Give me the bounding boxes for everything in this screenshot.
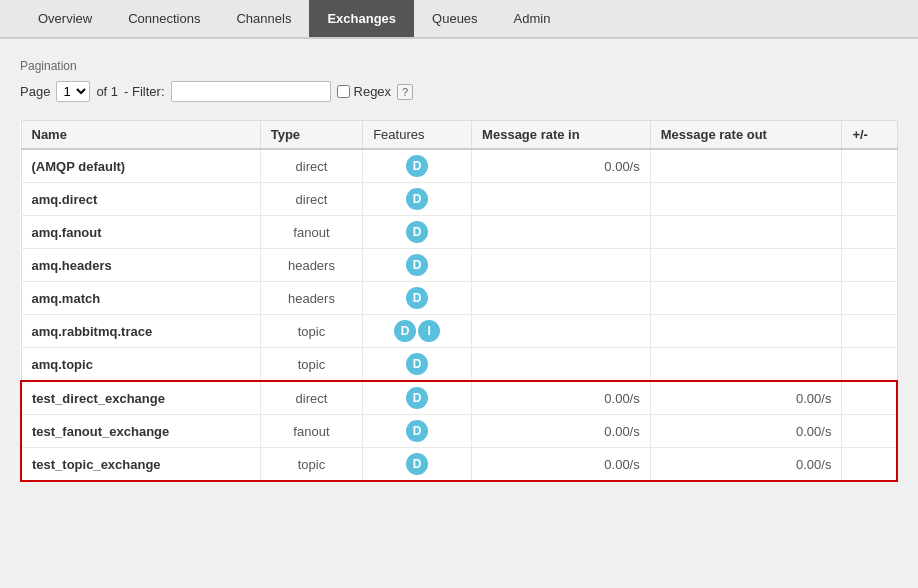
cell-rate-out — [650, 315, 842, 348]
cell-rate-in — [472, 249, 651, 282]
table-row[interactable]: amq.directdirectD — [21, 183, 897, 216]
cell-type: topic — [260, 315, 362, 348]
cell-name: amq.headers — [21, 249, 260, 282]
feature-badge: D — [406, 387, 428, 409]
cell-rate-in — [472, 348, 651, 382]
table-row[interactable]: test_topic_exchangetopicD0.00/s0.00/s — [21, 448, 897, 482]
cell-plus-minus — [842, 315, 897, 348]
cell-plus-minus — [842, 381, 897, 415]
cell-plus-minus — [842, 183, 897, 216]
cell-rate-in: 0.00/s — [472, 149, 651, 183]
cell-name: amq.fanout — [21, 216, 260, 249]
cell-name: amq.direct — [21, 183, 260, 216]
cell-name: test_fanout_exchange — [21, 415, 260, 448]
feature-badge: D — [406, 188, 428, 210]
cell-features: D — [363, 348, 472, 382]
feature-badge: D — [406, 453, 428, 475]
table-header-row: Name Type Features Message rate in Messa… — [21, 121, 897, 150]
regex-checkbox[interactable] — [337, 85, 350, 98]
of-label: of 1 — [96, 84, 118, 99]
cell-rate-in — [472, 183, 651, 216]
cell-features: D — [363, 381, 472, 415]
cell-features: D — [363, 415, 472, 448]
cell-type: fanout — [260, 216, 362, 249]
cell-plus-minus — [842, 216, 897, 249]
feature-badge: D — [406, 254, 428, 276]
table-row[interactable]: (AMQP default)directD0.00/s — [21, 149, 897, 183]
cell-plus-minus — [842, 348, 897, 382]
filter-input[interactable] — [171, 81, 331, 102]
tab-admin[interactable]: Admin — [496, 0, 569, 37]
table-row[interactable]: amq.matchheadersD — [21, 282, 897, 315]
cell-plus-minus — [842, 282, 897, 315]
nav-bar: Overview Connections Channels Exchanges … — [0, 0, 918, 38]
table-row[interactable]: test_fanout_exchangefanoutD0.00/s0.00/s — [21, 415, 897, 448]
feature-badge: D — [406, 287, 428, 309]
feature-badge: D — [406, 420, 428, 442]
cell-rate-in: 0.00/s — [472, 448, 651, 482]
feature-badge: D — [394, 320, 416, 342]
table-row[interactable]: amq.topictopicD — [21, 348, 897, 382]
cell-rate-out — [650, 183, 842, 216]
table-row[interactable]: amq.rabbitmq.tracetopicDI — [21, 315, 897, 348]
pagination-row: Page 1 of 1 - Filter: Regex ? — [20, 81, 898, 102]
col-rate-in: Message rate in — [472, 121, 651, 150]
tab-queues[interactable]: Queues — [414, 0, 496, 37]
cell-features: D — [363, 282, 472, 315]
cell-rate-out — [650, 216, 842, 249]
page-label: Page — [20, 84, 50, 99]
cell-name: (AMQP default) — [21, 149, 260, 183]
col-rate-out: Message rate out — [650, 121, 842, 150]
cell-rate-out: 0.00/s — [650, 415, 842, 448]
cell-rate-out — [650, 348, 842, 382]
cell-rate-out: 0.00/s — [650, 381, 842, 415]
regex-label: Regex — [337, 84, 392, 99]
main-content: Pagination Page 1 of 1 - Filter: Regex ?… — [0, 39, 918, 502]
table-row[interactable]: amq.headersheadersD — [21, 249, 897, 282]
pagination-section-label: Pagination — [20, 59, 898, 73]
tab-exchanges[interactable]: Exchanges — [309, 0, 414, 37]
table-row[interactable]: test_direct_exchangedirectD0.00/s0.00/s — [21, 381, 897, 415]
cell-type: direct — [260, 381, 362, 415]
cell-name: test_direct_exchange — [21, 381, 260, 415]
cell-rate-in — [472, 216, 651, 249]
cell-type: direct — [260, 183, 362, 216]
cell-rate-in: 0.00/s — [472, 381, 651, 415]
cell-plus-minus — [842, 249, 897, 282]
cell-plus-minus — [842, 448, 897, 482]
tab-connections[interactable]: Connections — [110, 0, 218, 37]
cell-name: amq.topic — [21, 348, 260, 382]
cell-rate-out: 0.00/s — [650, 448, 842, 482]
cell-plus-minus — [842, 149, 897, 183]
feature-badge: D — [406, 155, 428, 177]
cell-rate-out — [650, 149, 842, 183]
col-features: Features — [363, 121, 472, 150]
cell-features: D — [363, 216, 472, 249]
cell-name: amq.rabbitmq.trace — [21, 315, 260, 348]
feature-badge: D — [406, 221, 428, 243]
col-name: Name — [21, 121, 260, 150]
table-row[interactable]: amq.fanoutfanoutD — [21, 216, 897, 249]
cell-rate-out — [650, 249, 842, 282]
feature-badge: I — [418, 320, 440, 342]
tab-overview[interactable]: Overview — [20, 0, 110, 37]
cell-type: headers — [260, 249, 362, 282]
cell-name: amq.match — [21, 282, 260, 315]
cell-type: headers — [260, 282, 362, 315]
cell-rate-in — [472, 315, 651, 348]
help-icon[interactable]: ? — [397, 84, 413, 100]
cell-features: DI — [363, 315, 472, 348]
exchange-table: Name Type Features Message rate in Messa… — [20, 120, 898, 482]
page-select[interactable]: 1 — [56, 81, 90, 102]
cell-type: topic — [260, 448, 362, 482]
col-plus-minus: +/- — [842, 121, 897, 150]
regex-text: Regex — [354, 84, 392, 99]
cell-rate-in: 0.00/s — [472, 415, 651, 448]
cell-rate-out — [650, 282, 842, 315]
col-type: Type — [260, 121, 362, 150]
cell-type: direct — [260, 149, 362, 183]
cell-name: test_topic_exchange — [21, 448, 260, 482]
tab-channels[interactable]: Channels — [218, 0, 309, 37]
cell-type: topic — [260, 348, 362, 382]
cell-features: D — [363, 149, 472, 183]
